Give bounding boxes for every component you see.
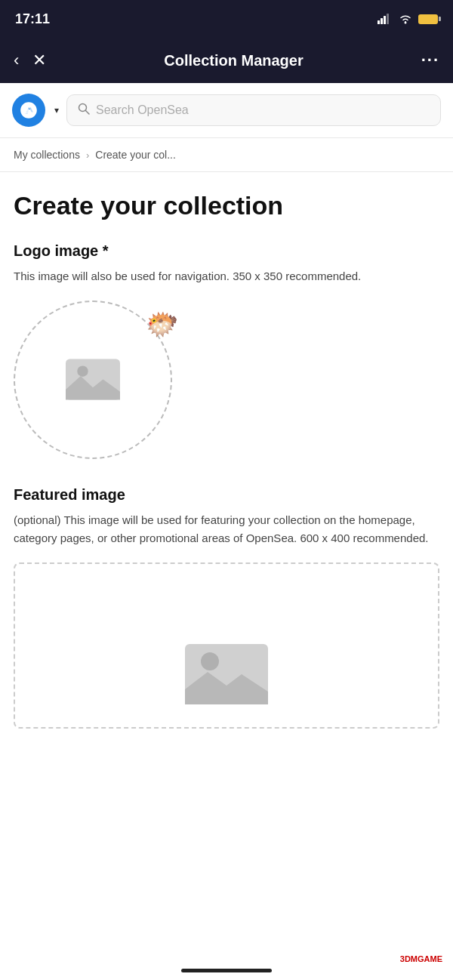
logo-section-desc: This image will also be used for navigat… (14, 267, 439, 285)
svg-rect-1 (381, 18, 383, 24)
svg-rect-0 (378, 20, 380, 24)
logo-section-title: Logo image * (14, 242, 439, 260)
breadcrumb-arrow: › (86, 149, 89, 161)
status-time: 17:11 (15, 11, 50, 27)
svg-point-9 (77, 366, 88, 377)
breadcrumb-item-1[interactable]: My collections (14, 149, 80, 161)
featured-section-desc: (optional) This image will be used for f… (14, 511, 439, 547)
watermark: 3DMGAME (397, 953, 445, 965)
search-placeholder: Search OpenSea (96, 103, 189, 117)
featured-section: Featured image (optional) This image wil… (14, 486, 439, 729)
nav-title: Collection Manager (46, 52, 421, 69)
svg-rect-2 (384, 16, 386, 24)
fish-emoji: 🐡 (143, 305, 183, 342)
search-icon (78, 103, 90, 118)
nav-bar: ‹ ✕ Collection Manager ··· (0, 38, 453, 83)
search-area: ▾ Search OpenSea (0, 83, 453, 138)
home-indicator (181, 969, 272, 972)
close-button[interactable]: ✕ (32, 51, 46, 70)
featured-image-placeholder (181, 636, 272, 712)
featured-upload-area[interactable] (14, 562, 439, 729)
logo-image-placeholder (59, 351, 127, 408)
page-title: Create your collection (14, 190, 439, 221)
svg-rect-5 (23, 112, 34, 113)
svg-line-7 (86, 111, 90, 115)
featured-section-title: Featured image (14, 486, 439, 504)
logo-upload-area[interactable]: 🐡 (14, 300, 172, 459)
svg-rect-3 (387, 14, 389, 24)
nav-left: ‹ ✕ (14, 51, 46, 70)
dropdown-button[interactable]: ▾ (54, 105, 59, 116)
svg-point-11 (201, 652, 219, 670)
status-icons (378, 14, 438, 24)
back-button[interactable]: ‹ (14, 51, 19, 70)
logo-section: Logo image * This image will also be use… (14, 242, 439, 459)
breadcrumb-item-2: Create your col... (95, 149, 176, 161)
main-content: Create your collection Logo image * This… (0, 172, 453, 747)
search-box[interactable]: Search OpenSea (66, 94, 441, 126)
battery-icon (418, 14, 438, 24)
opensea-logo[interactable] (12, 94, 45, 127)
more-button[interactable]: ··· (421, 51, 439, 70)
opensea-logo-icon (19, 100, 39, 120)
breadcrumb: My collections › Create your col... (0, 138, 453, 172)
signal-icon (378, 14, 393, 24)
svg-point-4 (405, 22, 407, 24)
status-bar: 17:11 (0, 0, 453, 38)
wifi-icon (399, 14, 412, 24)
